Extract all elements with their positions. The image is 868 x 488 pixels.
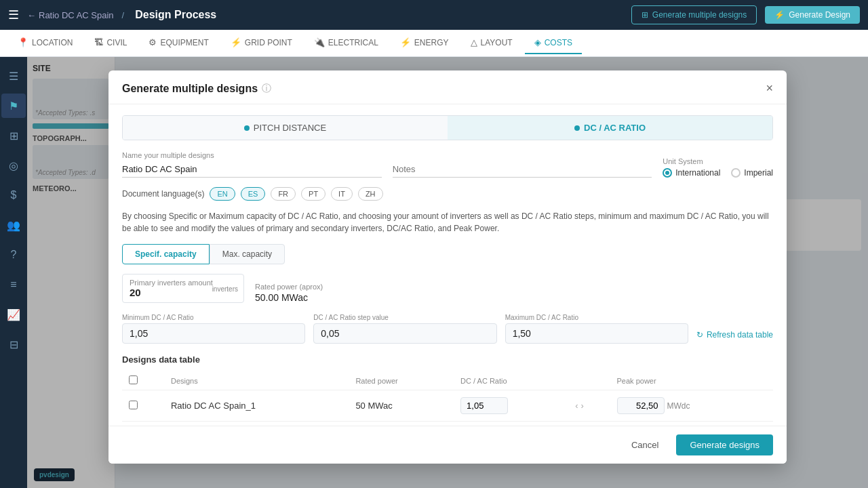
lang-es[interactable]: ES [241, 187, 266, 201]
main-layout: ☰ ⚑ ⊞ ◎ $ 👥 ? ≡ 📈 ⊟ SITE *Accepted Types… [0, 57, 868, 488]
sidebar-icon-grid2[interactable]: ⊟ [1, 332, 26, 357]
sidebar-icon-flag[interactable]: ⚑ [1, 94, 26, 118]
row1-left-arrow[interactable]: ‹ [575, 401, 578, 411]
tab-energy[interactable]: ⚡ ENERGY [391, 32, 458, 54]
tab-equipment[interactable]: ⚙ EQUIPMENT [139, 32, 218, 54]
sidebar-icon-bars[interactable]: ≡ [1, 272, 26, 297]
sidebar-icon-trending[interactable]: 📈 [1, 302, 26, 327]
sidebar-icon-grid[interactable]: ⊞ [1, 123, 26, 148]
lang-it[interactable]: IT [331, 187, 353, 201]
refresh-icon: ↻ [696, 330, 703, 340]
close-button[interactable]: × [766, 81, 773, 96]
info-icon[interactable]: ⓘ [262, 83, 271, 95]
content-area: SITE *Accepted Types: .s TOPOGRAPH... *A… [27, 57, 868, 488]
generate-multiple-button[interactable]: ⊞ Generate multiple designs [631, 5, 757, 24]
sidebar-icon-chart[interactable]: ◎ [1, 153, 26, 178]
back-label: Ratio DC AC Spain [39, 10, 114, 20]
min-dc-ac-input[interactable] [122, 323, 305, 344]
select-all-checkbox[interactable] [129, 375, 138, 384]
col-peak-power: Peak power [610, 371, 773, 390]
radio-imperial[interactable]: Imperial [731, 168, 773, 178]
back-button[interactable]: ← Ratio DC AC Spain [27, 10, 114, 20]
language-row: Document language(s) EN ES FR PT IT ZH [122, 187, 773, 201]
table-row: Ratio DC AC Spain_1 50 MWac ‹ [122, 390, 773, 422]
radio-international[interactable]: International [663, 168, 720, 178]
form-row-name: Name your multiple designs Unit System [122, 151, 773, 178]
sub-tabs: Specif. capacity Max. capacity [122, 244, 773, 264]
row1-peak-cell: MWdc [617, 397, 766, 414]
row1-peak-unit: MWdc [667, 401, 690, 411]
generate-designs-button[interactable]: Generate designs [676, 434, 773, 455]
row1-arrows[interactable]: ‹ › [575, 401, 603, 411]
lightning-icon: ⚡ [774, 10, 785, 20]
civil-icon: 🏗 [94, 37, 103, 47]
radio-imperial-dot [731, 168, 741, 178]
tab-pitch-distance[interactable]: PITCH DISTANCE [123, 116, 448, 140]
inverters-field: Primary inverters amount 20 inverters [122, 274, 244, 303]
tab-layout[interactable]: △ LAYOUT [461, 32, 522, 54]
row1-peak-input[interactable] [617, 397, 665, 414]
designs-table-title: Designs data table [122, 354, 773, 365]
unit-system: Unit System International Imperial [663, 157, 773, 178]
tab-costs[interactable]: ◈ COSTS [525, 32, 582, 54]
layout-icon: △ [471, 37, 477, 47]
nav-tabs: 📍 LOCATION 🏗 CIVIL ⚙ EQUIPMENT ⚡ GRID PO… [0, 30, 868, 57]
row1-right-arrow[interactable]: › [580, 401, 583, 411]
col-designs: Designs [164, 371, 349, 390]
tab-location[interactable]: 📍 LOCATION [8, 32, 82, 54]
equipment-icon: ⚙ [149, 37, 157, 47]
name-field: Name your multiple designs [122, 151, 382, 178]
modal-footer: Cancel Generate designs [108, 426, 787, 464]
notes-input[interactable] [393, 161, 652, 178]
row1-checkbox[interactable] [129, 401, 138, 409]
row1-ratio-input[interactable] [460, 397, 508, 414]
tab-electrical[interactable]: 🔌 ELECTRICAL [304, 32, 388, 54]
modal: Generate multiple designs ⓘ × PITCH DIST… [108, 70, 787, 464]
lang-zh[interactable]: ZH [358, 187, 383, 201]
col-rated-power: Rated power [349, 371, 454, 390]
menu-icon[interactable]: ☰ [8, 7, 19, 22]
breadcrumb-separator: / [122, 10, 125, 20]
row1-name: Ratio DC AC Spain_1 [164, 390, 349, 422]
min-dc-ac-field: Minimum DC / AC Ratio [122, 314, 305, 344]
modal-title: Generate multiple designs [122, 83, 258, 95]
tab-grid-point[interactable]: ⚡ GRID POINT [221, 32, 302, 54]
col-dc-ac: DC / AC Ratio [454, 371, 568, 390]
lang-pt[interactable]: PT [301, 187, 326, 201]
sub-tab-max[interactable]: Max. capacity [210, 244, 285, 264]
max-dc-ac-field: Maximum DC / AC Ratio [505, 314, 688, 344]
pitch-dot [244, 125, 250, 131]
tab-toggle: PITCH DISTANCE DC / AC RATIO [122, 115, 773, 140]
back-arrow-icon: ← [27, 10, 36, 20]
sidebar-icon-menu[interactable]: ☰ [1, 64, 26, 88]
sidebar-icon-help[interactable]: ? [1, 243, 26, 267]
tab-dc-ac-ratio[interactable]: DC / AC RATIO [448, 116, 772, 140]
max-dc-ac-input[interactable] [505, 323, 688, 344]
radio-international-dot [663, 168, 672, 178]
lang-en[interactable]: EN [210, 187, 235, 201]
refresh-button[interactable]: ↻ Refresh data table [696, 326, 773, 344]
sidebar-icon-dollar[interactable]: $ [1, 183, 26, 207]
sub-tab-specific[interactable]: Specif. capacity [122, 244, 210, 264]
topbar: ☰ ← Ratio DC AC Spain / Design Process ⊞… [0, 0, 868, 30]
row1-rated-power: 50 MWac [349, 390, 454, 422]
electrical-icon: 🔌 [314, 37, 325, 47]
generate-design-button[interactable]: ⚡ Generate Design [765, 6, 860, 24]
radio-group: International Imperial [663, 168, 773, 178]
description-text: By choosing Specific or Maximum capacity… [122, 210, 773, 235]
dc-ac-dot [574, 125, 580, 131]
name-input[interactable] [122, 161, 382, 178]
modal-overlay: Generate multiple designs ⓘ × PITCH DIST… [27, 57, 868, 488]
costs-icon: ◈ [534, 37, 541, 47]
modal-header: Generate multiple designs ⓘ × [108, 70, 787, 104]
step-input[interactable] [313, 323, 496, 344]
sidebar-icon-people[interactable]: 👥 [1, 213, 26, 237]
cancel-button[interactable]: Cancel [620, 434, 669, 455]
energy-icon: ⚡ [400, 37, 411, 47]
designs-table: Designs Rated power DC / AC Ratio Peak p… [122, 371, 773, 426]
row1-ratio-cell [460, 397, 561, 414]
location-icon: 📍 [18, 37, 28, 47]
tab-civil[interactable]: 🏗 CIVIL [85, 32, 136, 54]
inverters-tag: inverters [212, 285, 238, 292]
lang-fr[interactable]: FR [271, 187, 296, 201]
